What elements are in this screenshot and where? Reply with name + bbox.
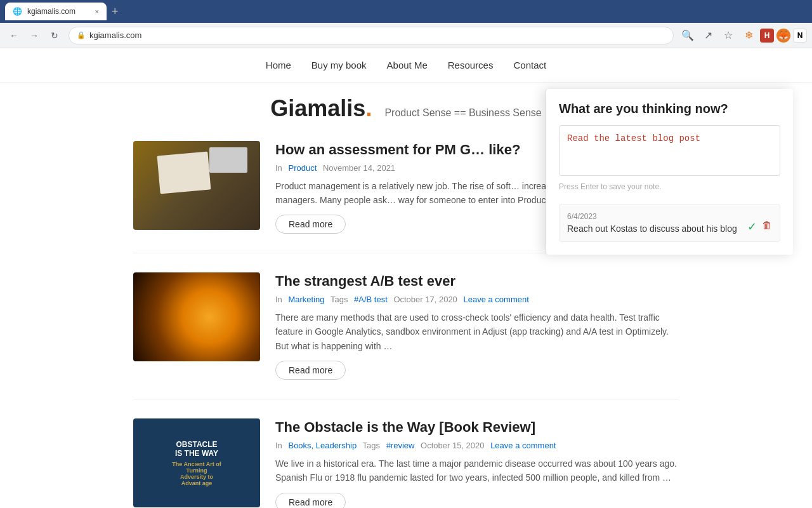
- tab-title: kgiamalis.com: [27, 7, 75, 16]
- url-text: kgiamalis.com: [89, 30, 141, 40]
- post-category-2: Marketing: [288, 295, 324, 304]
- read-more-button-2[interactable]: Read more: [275, 361, 346, 380]
- reload-button[interactable]: ↻: [46, 27, 63, 44]
- saved-note-actions: ✓ 🗑: [747, 220, 772, 234]
- page-content: Home Buy my book About Me Resources Cont…: [0, 48, 812, 508]
- ext-orange-icon[interactable]: 🦊: [776, 29, 790, 43]
- read-more-button-1[interactable]: Read more: [275, 215, 346, 234]
- tab-bar: 🌐 kgiamalis.com × +: [5, 0, 807, 23]
- popup-panel: What are you thinking now? Read the late…: [546, 89, 793, 255]
- post-thumbnail-2: [133, 272, 260, 361]
- bookmark-icon[interactable]: ☆: [719, 27, 737, 44]
- nav-buy-book[interactable]: Buy my book: [311, 60, 367, 70]
- right-toolbar: 🔍 ↗ ☆ ❄ H 🦊 N: [679, 27, 807, 44]
- saved-note-date: 6/4/2023: [567, 212, 772, 221]
- site-navigation: Home Buy my book About Me Resources Cont…: [0, 48, 812, 83]
- read-more-button-3[interactable]: Read more: [275, 493, 346, 508]
- nav-resources[interactable]: Resources: [448, 60, 494, 70]
- popup-title: What are you thinking now?: [559, 102, 780, 116]
- post-date-3: October 15, 2020: [421, 441, 484, 450]
- saved-note: 6/4/2023 Reach out Kostas to discuss abo…: [559, 204, 780, 242]
- note-input[interactable]: Read the latest blog post: [559, 125, 780, 176]
- post-tag-2: #A/B test: [354, 295, 388, 304]
- popup-overlay: What are you thinking now? Read the late…: [546, 83, 812, 508]
- new-tab-button[interactable]: +: [107, 5, 124, 18]
- active-tab[interactable]: 🌐 kgiamalis.com ×: [5, 3, 107, 20]
- post-date-2: October 17, 2020: [393, 295, 457, 304]
- site-name: Giamalis.: [270, 95, 378, 121]
- note-delete-button[interactable]: 🗑: [762, 220, 772, 234]
- post-category-3: Books, Leadership: [288, 441, 357, 450]
- search-icon[interactable]: 🔍: [679, 27, 697, 44]
- post-thumbnail-1: [133, 141, 260, 230]
- thumb-obstacle-title: OBSTACLEIS THE WAY: [175, 440, 218, 458]
- nav-home[interactable]: Home: [266, 60, 291, 70]
- nav-about-me[interactable]: About Me: [387, 60, 428, 70]
- share-icon[interactable]: ↗: [699, 27, 717, 44]
- nav-contact[interactable]: Contact: [513, 60, 546, 70]
- ext-red-icon[interactable]: H: [760, 29, 774, 43]
- thumb-obstacle-subtitle: The Ancient Art ofTurningAdversity toAdv…: [172, 461, 221, 486]
- forward-button[interactable]: →: [25, 27, 43, 44]
- back-button[interactable]: ←: [5, 27, 23, 44]
- tab-close-button[interactable]: ×: [95, 8, 99, 15]
- nav-buttons: ← → ↻: [5, 27, 63, 44]
- post-thumbnail-3: OBSTACLEIS THE WAY The Ancient Art ofTur…: [133, 418, 260, 507]
- saved-note-text: Reach out Kostas to discuss about his bl…: [567, 224, 772, 234]
- browser-toolbar: ← → ↻ 🔒 kgiamalis.com 🔍 ↗ ☆ ❄ H 🦊 N: [0, 23, 812, 48]
- note-check-button[interactable]: ✓: [747, 220, 757, 234]
- post-category-1: Product: [288, 163, 317, 173]
- post-tag-3: #review: [386, 441, 415, 450]
- post-comment-2[interactable]: Leave a comment: [463, 295, 528, 304]
- lock-icon: 🔒: [77, 31, 86, 39]
- post-date-1: November 14, 2021: [323, 163, 395, 173]
- title-dot: .: [365, 95, 372, 121]
- browser-chrome: 🌐 kgiamalis.com × +: [0, 0, 812, 23]
- ext-snowflake[interactable]: ❄: [740, 27, 757, 44]
- note-hint: Press Enter to save your note.: [559, 182, 780, 191]
- site-tagline: Product Sense == Business Sense: [384, 107, 541, 118]
- tab-favicon: 🌐: [13, 7, 22, 16]
- ext-n-icon[interactable]: N: [793, 29, 807, 43]
- address-bar[interactable]: 🔒 kgiamalis.com: [69, 27, 674, 44]
